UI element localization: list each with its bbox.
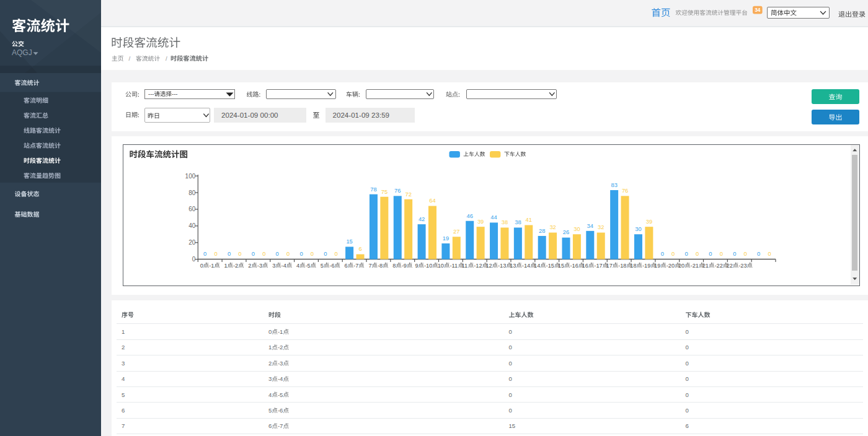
svg-text:83: 83 — [611, 181, 617, 188]
svg-text:0: 0 — [299, 250, 303, 257]
svg-text:2: 2 — [268, 360, 272, 367]
svg-text:0: 0 — [509, 360, 512, 367]
svg-text:27: 27 — [453, 228, 459, 235]
svg-text:-5: -5 — [278, 391, 283, 398]
svg-text:0: 0 — [696, 250, 699, 257]
svg-text:44: 44 — [490, 214, 497, 220]
svg-text:28: 28 — [539, 227, 545, 234]
svg-text:30: 30 — [635, 225, 641, 232]
svg-text:0: 0 — [509, 375, 512, 382]
svg-text:3: 3 — [272, 263, 275, 269]
svg-text:21: 21 — [702, 263, 709, 269]
svg-text:0: 0 — [252, 250, 255, 257]
svg-text:0: 0 — [671, 250, 675, 257]
svg-text:-4: -4 — [278, 375, 283, 382]
svg-text:0: 0 — [768, 250, 771, 257]
svg-text:6: 6 — [122, 407, 125, 414]
svg-text:0: 0 — [686, 375, 689, 382]
svg-text:4: 4 — [122, 375, 125, 382]
svg-text:-2: -2 — [278, 344, 283, 351]
svg-text:-4: -4 — [281, 263, 286, 269]
svg-text:80: 80 — [188, 190, 196, 196]
svg-text:-19: -19 — [642, 263, 650, 269]
svg-text:8: 8 — [392, 263, 396, 269]
svg-text:0: 0 — [686, 407, 689, 414]
svg-text:20: 20 — [678, 263, 684, 269]
svg-text:5: 5 — [321, 263, 324, 269]
svg-text:32: 32 — [549, 224, 556, 230]
svg-text:0: 0 — [509, 391, 512, 398]
svg-text:42: 42 — [418, 216, 425, 222]
svg-text:1: 1 — [268, 344, 272, 351]
svg-text:0: 0 — [686, 344, 689, 351]
svg-text:15: 15 — [558, 263, 564, 269]
svg-text:17: 17 — [606, 263, 613, 269]
svg-text:/: / — [129, 55, 131, 62]
svg-text:0: 0 — [757, 250, 760, 257]
svg-text:60: 60 — [188, 206, 196, 212]
svg-text:75: 75 — [381, 188, 388, 195]
svg-text:6: 6 — [358, 245, 361, 252]
svg-text:0: 0 — [286, 250, 290, 257]
svg-text:76: 76 — [394, 187, 401, 194]
svg-text:100: 100 — [185, 173, 196, 180]
svg-text:-10: -10 — [424, 263, 432, 269]
svg-text:20: 20 — [188, 239, 196, 246]
svg-text:-1: -1 — [278, 328, 283, 335]
svg-text:-1: -1 — [209, 263, 214, 269]
svg-text:0: 0 — [744, 250, 747, 257]
svg-text:0: 0 — [311, 250, 314, 257]
svg-text:13: 13 — [510, 263, 516, 269]
svg-text:72: 72 — [405, 191, 411, 198]
svg-text:-2: -2 — [233, 263, 238, 269]
svg-text:-20: -20 — [666, 263, 675, 269]
svg-text:40: 40 — [188, 222, 196, 229]
svg-text:-21: -21 — [691, 263, 699, 269]
svg-text:9: 9 — [415, 263, 418, 269]
svg-text:0: 0 — [709, 250, 712, 257]
svg-text:2024-01-09 23:59: 2024-01-09 23:59 — [333, 111, 390, 119]
svg-text:0: 0 — [262, 250, 265, 257]
svg-text:0: 0 — [684, 250, 688, 257]
svg-text:-17: -17 — [594, 263, 602, 269]
svg-text:0: 0 — [733, 250, 736, 257]
svg-text:32: 32 — [598, 224, 604, 230]
svg-text:-16: -16 — [570, 263, 578, 269]
svg-text:15: 15 — [509, 422, 516, 429]
svg-text:0: 0 — [686, 360, 689, 367]
svg-text:78: 78 — [370, 186, 376, 193]
svg-text:0: 0 — [228, 250, 231, 257]
svg-text:46: 46 — [466, 212, 472, 219]
svg-text:3: 3 — [268, 375, 272, 382]
svg-text:-9: -9 — [402, 263, 407, 269]
svg-text:/: / — [166, 55, 167, 62]
svg-text:0: 0 — [276, 250, 279, 257]
svg-text:11: 11 — [462, 263, 468, 269]
svg-text:0: 0 — [509, 407, 512, 414]
svg-text:22: 22 — [727, 263, 733, 269]
svg-text:-11: -11 — [450, 263, 458, 269]
svg-text:-23: -23 — [738, 263, 746, 269]
svg-text:0: 0 — [268, 328, 272, 335]
svg-text:0: 0 — [214, 250, 217, 257]
svg-text:-15: -15 — [546, 263, 554, 269]
svg-text:-8: -8 — [378, 263, 383, 269]
svg-text:41: 41 — [526, 216, 532, 223]
svg-text:6: 6 — [268, 422, 272, 429]
svg-text:76: 76 — [622, 187, 628, 194]
svg-text:6: 6 — [686, 422, 689, 429]
svg-text:-22: -22 — [714, 263, 722, 269]
svg-text:5: 5 — [268, 407, 272, 414]
svg-text:30: 30 — [574, 225, 580, 232]
svg-text:-6: -6 — [278, 407, 283, 414]
svg-text:3: 3 — [122, 360, 125, 367]
svg-text:-3: -3 — [257, 263, 262, 269]
svg-text:0: 0 — [686, 391, 689, 398]
svg-text:0: 0 — [324, 250, 327, 257]
svg-text:26: 26 — [563, 229, 569, 235]
svg-text:0: 0 — [200, 263, 203, 269]
svg-text:2024-01-09 00:00: 2024-01-09 00:00 — [221, 111, 278, 119]
svg-text:18: 18 — [630, 263, 636, 269]
svg-text:1: 1 — [122, 328, 125, 335]
svg-text:12: 12 — [485, 263, 492, 269]
